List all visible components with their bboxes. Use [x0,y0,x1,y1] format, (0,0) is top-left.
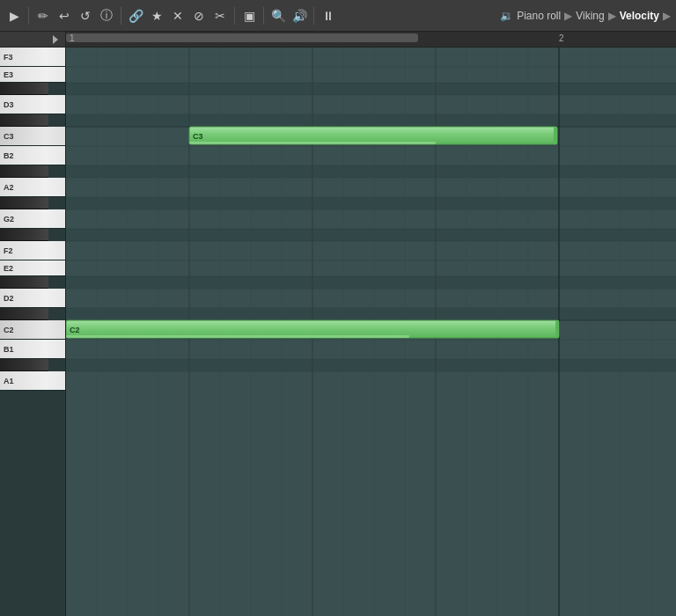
svg-rect-5 [66,67,676,83]
breadcrumb-piano-roll[interactable]: Piano roll [517,10,561,22]
note-grid[interactable]: C3 C2 [66,48,676,616]
key-label-e2: E2 [4,264,13,273]
piano-key-b2[interactable]: B2 [0,146,65,165]
grid-svg: C3 C2 [66,48,676,616]
ruler-marker-2: 2 [559,33,564,43]
timeline-nav [0,32,66,47]
svg-rect-19 [66,289,676,308]
breadcrumb-velocity[interactable]: Velocity [620,10,659,22]
breadcrumb-sep-1: ▶ [564,10,572,22]
piano-key-db3[interactable] [0,114,48,127]
key-label-g2: G2 [4,215,14,224]
svg-rect-13 [66,197,676,209]
zoom-tool[interactable]: 🔍 [269,7,287,25]
svg-rect-7 [66,95,676,114]
key-label-a1: A1 [4,377,14,385]
pointer-tool[interactable]: ▶ [5,7,23,25]
timeline-arrow-icon[interactable] [49,33,62,46]
note-label-c2: C2 [70,326,80,334]
breadcrumb-viking[interactable]: Viking [576,10,604,22]
pipe-tool[interactable]: ⏸ [320,7,337,25]
ruler-marker-1: 1 [70,33,75,43]
piano-key-eb3[interactable] [0,83,48,95]
piano-key-bb2[interactable] [0,165,48,178]
svg-rect-24 [66,371,676,391]
svg-rect-6 [66,83,676,95]
key-label-b1: B1 [4,345,14,354]
key-label-c3: C3 [4,132,14,141]
speaker-tool[interactable]: 🔊 [290,7,308,25]
breadcrumb-sep-2: ▶ [608,10,616,22]
piano-key-a1[interactable]: A1 [0,371,65,391]
piano-key-bb1[interactable] [0,359,48,371]
note-tail-c3 [554,127,557,144]
key-label-f2: F2 [4,246,13,255]
mute-tool[interactable]: ✂ [211,7,229,25]
toolbar-separator-4 [263,7,264,25]
piano-key-eb2[interactable] [0,276,48,289]
key-label-d3: D3 [4,100,14,109]
piano-key-f2[interactable]: F2 [0,241,65,260]
forbid-tool[interactable]: ⊘ [190,7,208,25]
svg-rect-11 [66,165,676,178]
key-label-c2: C2 [4,326,14,334]
pencil-tool[interactable]: ✏ [34,7,52,25]
svg-rect-17 [66,260,676,276]
toolbar: ▶ ✏ ↩ ↺ ⓘ 🔗 ★ ✕ ⊘ ✂ ▣ 🔍 🔊 ⏸ 🔉 Piano roll… [0,0,676,32]
svg-rect-12 [66,178,676,197]
piano-key-e2[interactable]: E2 [0,260,65,276]
toolbar-separator-2 [121,7,121,25]
timeline: 1 2 [0,32,676,48]
piano-key-b1[interactable]: B1 [0,340,65,359]
svg-rect-15 [66,229,676,241]
timeline-ruler[interactable]: 1 2 [66,32,676,47]
note-label-c3: C3 [193,132,203,141]
key-label-e3: E3 [4,70,13,79]
star-tool[interactable]: ★ [148,7,165,25]
piano-key-e3[interactable]: E3 [0,67,65,83]
cursor-tool[interactable]: ✕ [169,7,187,25]
key-label-b2: B2 [4,151,14,160]
piano-key-f3[interactable]: F3 [0,48,65,67]
svg-rect-20 [66,308,676,320]
note-velocity-c3 [189,142,436,144]
key-label-a2: A2 [4,183,14,192]
main-area: F3 E3 D3 C3 B2 A2 G2 [0,48,676,616]
svg-rect-23 [66,359,676,371]
info-tool[interactable]: ⓘ [98,7,115,25]
loop-tool[interactable]: ↩ [55,7,73,25]
audio-icon: 🔉 [500,10,513,22]
piano-key-a2[interactable]: A2 [0,178,65,197]
breadcrumb: 🔉 Piano roll ▶ Viking ▶ Velocity ▶ [500,10,671,22]
piano-key-c2[interactable]: C2 [0,320,65,340]
key-label-f3: F3 [4,53,13,62]
svg-marker-0 [53,35,58,44]
toolbar-separator [28,7,29,25]
toolbar-separator-5 [313,7,314,25]
piano-key-c3[interactable]: C3 [0,127,65,146]
svg-rect-10 [66,146,676,165]
toolbar-separator-3 [234,7,235,25]
piano-key-d2[interactable]: D2 [0,289,65,308]
piano-key-db2[interactable] [0,308,48,320]
svg-rect-22 [66,340,676,359]
piano-keyboard: F3 E3 D3 C3 B2 A2 G2 [0,48,66,616]
timeline-scrollbar[interactable] [66,33,418,42]
note-velocity-c2 [66,335,409,338]
piano-key-g2[interactable]: G2 [0,209,65,229]
note-tail-c2 [555,320,559,338]
magnet-tool[interactable]: 🔗 [127,7,144,25]
svg-rect-14 [66,209,676,229]
select-tool[interactable]: ▣ [240,7,258,25]
svg-rect-8 [66,114,676,127]
key-label-d2: D2 [4,294,14,303]
svg-rect-16 [66,241,676,260]
svg-rect-4 [66,48,676,67]
piano-key-d3[interactable]: D3 [0,95,65,114]
eraser-tool[interactable]: ↺ [77,7,94,25]
piano-key-gb2[interactable] [0,229,48,241]
piano-key-ab2[interactable] [0,197,48,209]
svg-rect-18 [66,276,676,289]
breadcrumb-sep-3: ▶ [663,10,671,22]
